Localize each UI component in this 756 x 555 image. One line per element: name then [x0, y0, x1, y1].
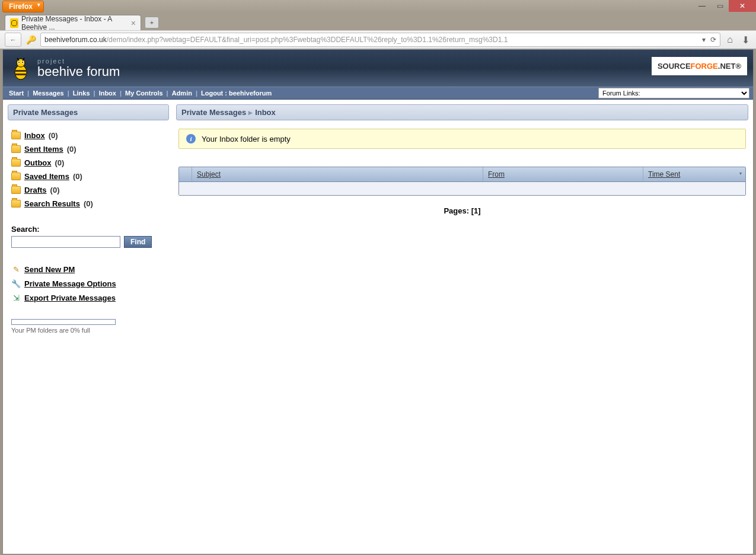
dropdown-icon[interactable]: ▾ — [702, 36, 706, 44]
pagination: Pages: [1] — [178, 206, 746, 215]
reload-icon[interactable]: ⟳ — [710, 36, 716, 44]
favicon-icon — [10, 18, 18, 28]
col-checkbox — [179, 167, 192, 181]
folder-icon — [11, 186, 21, 194]
nav-inbox[interactable]: Inbox — [97, 90, 119, 97]
logo-name: beehive forum — [37, 65, 120, 79]
svg-point-6 — [18, 62, 20, 63]
folder-icon — [11, 159, 21, 167]
nav-admin[interactable]: Admin — [170, 90, 194, 97]
close-button[interactable]: ✕ — [729, 0, 756, 12]
svg-point-3 — [17, 59, 25, 67]
export-icon: ⇲ — [11, 293, 21, 302]
folder-search[interactable]: Search Results — [24, 199, 80, 208]
url-domain: beehiveforum.co.uk — [44, 36, 107, 44]
svg-rect-1 — [15, 70, 27, 72]
breadcrumb: Private Messages▸Inbox — [176, 104, 748, 120]
svg-point-0 — [15, 65, 27, 79]
url-path: /demo/index.php?webtag=DEFAULT&final_uri… — [107, 36, 508, 44]
new-tab-button[interactable]: + — [145, 17, 159, 28]
nav-messages[interactable]: Messages — [30, 90, 66, 97]
table-body-empty — [179, 182, 745, 195]
send-new-pm[interactable]: Send New PM — [24, 265, 75, 274]
minimize-button[interactable]: — — [693, 0, 711, 12]
sourceforge-logo[interactable]: SOURCEFORGE.NET® — [652, 57, 747, 75]
quota-text: Your PM folders are 0% full — [11, 327, 165, 334]
folder-icon — [11, 200, 21, 208]
identity-icon[interactable]: 🔑 — [25, 34, 37, 46]
back-button[interactable]: ← — [5, 33, 21, 47]
url-input[interactable]: beehiveforum.co.uk/demo/index.php?webtag… — [40, 33, 720, 47]
browser-tab[interactable]: Private Messages - Inbox - A Beehive ...… — [5, 15, 141, 30]
export-pm[interactable]: Export Private Messages — [24, 294, 116, 302]
svg-rect-2 — [15, 74, 27, 75]
quota-bar — [11, 319, 116, 325]
notice-text: Your Inbox folder is empty — [202, 135, 291, 143]
col-from[interactable]: From — [488, 170, 505, 178]
folder-icon — [11, 145, 21, 153]
col-time[interactable]: Time Sent — [648, 170, 680, 178]
folder-icon — [11, 132, 21, 139]
search-input[interactable] — [11, 236, 120, 248]
folder-drafts[interactable]: Drafts — [24, 186, 47, 194]
svg-point-7 — [22, 62, 23, 63]
folder-sent[interactable]: Sent Items — [24, 145, 63, 154]
wrench-icon: 🔧 — [11, 279, 21, 288]
search-label: Search: — [11, 225, 165, 234]
tab-title: Private Messages - Inbox - A Beehive ... — [21, 15, 131, 31]
col-subject[interactable]: Subject — [197, 170, 221, 178]
message-table: Subject From Time Sent — [178, 167, 746, 196]
nav-links[interactable]: Links — [71, 90, 92, 97]
empty-notice: i Your Inbox folder is empty — [178, 129, 746, 149]
downloads-icon[interactable]: ⬇ — [739, 34, 751, 46]
folder-icon — [11, 173, 21, 180]
maximize-button[interactable]: ▭ — [711, 0, 729, 12]
bee-icon — [10, 56, 31, 81]
sidebar-heading: Private Messages — [8, 104, 169, 120]
site-logo[interactable]: project beehive forum — [10, 56, 120, 81]
nav-logout[interactable]: Logout : beehiveforum — [199, 90, 274, 97]
info-icon: i — [186, 134, 196, 143]
find-button[interactable]: Find — [124, 236, 152, 248]
pencil-icon: ✎ — [11, 264, 21, 274]
nav-start[interactable]: Start — [7, 90, 26, 97]
pm-options[interactable]: Private Message Options — [24, 279, 116, 288]
nav-mycontrols[interactable]: My Controls — [123, 90, 165, 97]
home-icon[interactable]: ⌂ — [724, 34, 736, 45]
folder-inbox[interactable]: Inbox — [24, 131, 45, 140]
folder-outbox[interactable]: Outbox — [24, 158, 52, 167]
firefox-menu-button[interactable]: Firefox — [2, 1, 44, 12]
forum-links-select[interactable]: Forum Links: — [598, 88, 749, 98]
tab-close-icon[interactable]: × — [131, 18, 136, 28]
folder-saved[interactable]: Saved Items — [24, 172, 69, 181]
